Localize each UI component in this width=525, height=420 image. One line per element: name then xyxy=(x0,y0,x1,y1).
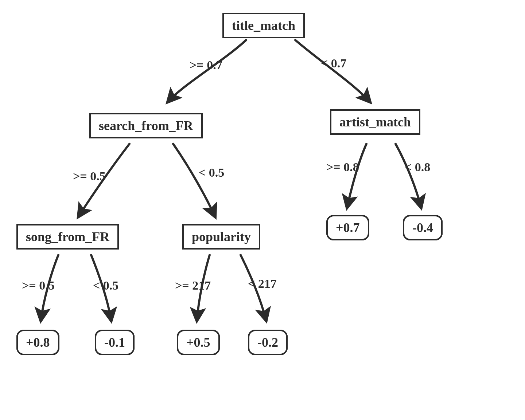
edge-label-root-right: < 0.7 xyxy=(321,56,346,70)
edge-label-n5-right: < 217 xyxy=(248,277,277,291)
edge-label-n4-right: < 0.5 xyxy=(93,279,118,293)
leaf-plus-0-5: +0.5 xyxy=(177,330,220,355)
node-title-match: title_match xyxy=(222,13,305,38)
node-search-from-fr: search_from_FR xyxy=(89,113,203,138)
node-popularity: popularity xyxy=(182,224,260,250)
node-song-from-fr: song_from_FR xyxy=(16,224,119,250)
node-artist-match: artist_match xyxy=(330,109,420,135)
edge-label-n5-left: >= 217 xyxy=(175,279,211,293)
edge-n3-l5 xyxy=(347,144,366,208)
leaf-minus-0-4: -0.4 xyxy=(403,215,443,240)
leaf-plus-0-7: +0.7 xyxy=(326,215,369,240)
edge-label-n4-left: >= 0.5 xyxy=(22,279,55,293)
leaf-plus-0-8: +0.8 xyxy=(16,330,59,355)
edge-root-n3 xyxy=(295,40,370,102)
leaf-minus-0-1: -0.1 xyxy=(95,330,135,355)
edge-label-n2-right: < 0.5 xyxy=(199,166,224,180)
edge-label-n3-left: >= 0.8 xyxy=(326,160,359,174)
edge-n2-n5 xyxy=(173,144,215,217)
leaf-minus-0-2: -0.2 xyxy=(248,330,288,355)
edge-label-n2-left: >= 0.5 xyxy=(73,169,106,183)
edge-label-n3-right: < 0.8 xyxy=(405,160,430,174)
edge-n3-l6 xyxy=(396,144,421,208)
decision-tree-diagram: title_match search_from_FR artist_match … xyxy=(0,0,525,420)
tree-edges xyxy=(0,0,525,420)
edge-label-root-left: >= 0.7 xyxy=(190,58,222,72)
